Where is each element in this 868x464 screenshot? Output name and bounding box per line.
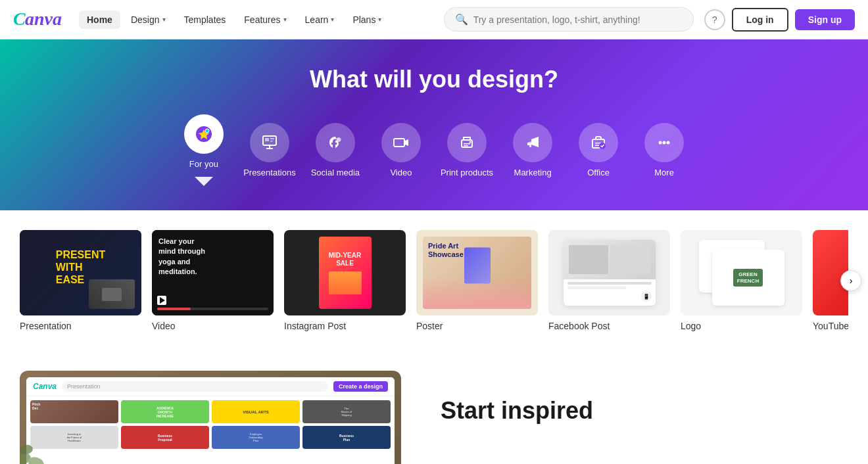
more-label: More	[654, 168, 674, 177]
tablet-grid: PitchDec AUDIENCEGROWTHINCREASE VISUAL A…	[26, 396, 395, 453]
video-label: Video	[390, 168, 412, 177]
template-label-video: Video	[152, 321, 274, 331]
tablet-card: VISUAL ARTS	[212, 400, 300, 423]
active-indicator	[195, 177, 213, 186]
template-poster[interactable]: Pride ArtShowcase Poster	[416, 230, 538, 331]
chevron-down-icon: ▾	[283, 16, 287, 23]
svg-point-19	[659, 141, 662, 145]
category-print-products[interactable]: Print products	[441, 123, 493, 177]
template-instagram[interactable]: MID-YEARSALE Instagram Post	[284, 230, 406, 331]
more-icon	[644, 123, 684, 162]
svg-point-20	[663, 141, 666, 145]
tablet-screen: Canva Presentation Create a design Pitch…	[26, 377, 395, 464]
template-facebook[interactable]: 📱 Facebook Post	[548, 230, 670, 331]
nav-plans[interactable]: Plans ▾	[345, 11, 389, 29]
tablet-search: Presentation	[62, 381, 328, 392]
office-label: Office	[587, 168, 610, 177]
template-video[interactable]: Clear yourmind throughyoga andmeditation…	[152, 230, 274, 331]
print-products-label: Print products	[441, 168, 493, 177]
svg-text:anva: anva	[25, 9, 62, 29]
chevron-down-icon: ▾	[331, 16, 334, 23]
chevron-down-icon: ▾	[162, 16, 166, 23]
lower-section: Canva Presentation Create a design Pitch…	[0, 351, 868, 464]
tablet-card: EmployeeOnboardingPlan	[212, 426, 300, 449]
template-label-logo: Logo	[681, 321, 802, 331]
template-thumb-facebook: 📱	[548, 230, 670, 315]
nav-learn[interactable]: Learn ▾	[297, 11, 343, 29]
template-thumb-poster: Pride ArtShowcase	[416, 230, 538, 315]
template-label-presentation: Presentation	[20, 321, 141, 331]
presentations-icon	[250, 123, 289, 162]
tablet-card: AUDIENCEGROWTHINCREASE	[121, 400, 209, 423]
nav-templates[interactable]: Templates	[176, 11, 234, 29]
video-icon	[381, 123, 421, 162]
hero-section: What will you design? For you	[0, 39, 868, 210]
category-presentations[interactable]: Presentations	[243, 123, 296, 177]
navbar: C anva Home Design ▾ Templates Features …	[0, 0, 868, 39]
template-presentation[interactable]: PRESENTWITHEASE Presentation	[20, 230, 141, 331]
svg-rect-8	[270, 138, 274, 139]
nav-design[interactable]: Design ▾	[123, 11, 174, 29]
template-logo[interactable]: GREENFRENCH Logo	[681, 230, 802, 331]
template-label-facebook: Facebook Post	[548, 321, 670, 331]
logo[interactable]: C anva	[13, 8, 66, 32]
print-products-icon	[447, 123, 487, 162]
template-thumb-instagram: MID-YEARSALE	[284, 230, 406, 315]
hero-title: What will you design?	[13, 66, 855, 93]
category-video[interactable]: Video	[375, 123, 427, 177]
search-bar[interactable]: 🔍	[444, 7, 694, 32]
start-inspired-title: Start inspired	[441, 397, 848, 425]
category-for-you[interactable]: For you	[178, 114, 230, 186]
tablet-card: TheBasics ofShipping	[302, 400, 391, 423]
scroll-next-button[interactable]: ›	[840, 270, 861, 291]
search-icon: 🔍	[455, 13, 468, 26]
category-row: For you Presentations	[13, 114, 855, 186]
search-input[interactable]	[473, 14, 683, 25]
svg-point-21	[667, 141, 670, 145]
start-inspired: Start inspired	[441, 371, 848, 425]
category-office[interactable]: Office	[572, 123, 625, 177]
svg-text:C: C	[13, 9, 26, 29]
svg-rect-10	[394, 139, 404, 147]
svg-point-3	[205, 129, 209, 133]
plant-decoration	[20, 436, 46, 464]
nav-actions: ? Log in Sign up	[704, 8, 855, 32]
for-you-label: For you	[189, 159, 218, 169]
signup-button[interactable]: Sign up	[795, 9, 855, 30]
svg-rect-9	[270, 141, 273, 142]
category-social-media[interactable]: Social media	[309, 123, 362, 177]
category-marketing[interactable]: Marketing	[506, 123, 559, 177]
tablet-logo: Canva	[33, 382, 57, 391]
social-media-icon	[316, 123, 355, 162]
social-media-label: Social media	[311, 168, 360, 177]
for-you-icon	[184, 114, 224, 154]
svg-rect-17	[595, 145, 600, 147]
template-thumb-presentation: PRESENTWITHEASE	[20, 230, 141, 315]
svg-point-14	[469, 141, 471, 143]
tablet-header: Canva Presentation Create a design	[26, 377, 395, 396]
tablet-create-button: Create a design	[333, 381, 388, 392]
template-label-youtube: YouTube	[813, 321, 848, 331]
presentations-label: Presentations	[243, 168, 296, 177]
chevron-down-icon: ▾	[378, 16, 381, 23]
tablet-preview: Canva Presentation Create a design Pitch…	[20, 371, 401, 464]
nav-features[interactable]: Features ▾	[236, 11, 294, 29]
help-button[interactable]: ?	[704, 9, 725, 30]
login-button[interactable]: Log in	[732, 8, 788, 32]
svg-point-24	[20, 444, 34, 455]
template-thumb-video: Clear yourmind throughyoga andmeditation…	[152, 230, 274, 315]
tablet-card: PitchDec	[30, 400, 118, 423]
tablet-card: BusinessPlan	[302, 426, 391, 449]
svg-rect-13	[464, 145, 468, 147]
marketing-icon	[513, 123, 552, 162]
office-icon	[579, 123, 618, 162]
nav-home[interactable]: Home	[79, 11, 120, 29]
svg-rect-7	[265, 138, 269, 141]
template-thumb-logo: GREENFRENCH	[681, 230, 802, 315]
nav-links: Home Design ▾ Templates Features ▾ Learn…	[79, 11, 444, 29]
tablet-card: BusinessProposal	[121, 426, 209, 449]
marketing-label: Marketing	[514, 168, 552, 177]
template-label-instagram: Instagram Post	[284, 321, 406, 331]
category-more[interactable]: More	[638, 123, 690, 177]
template-label-poster: Poster	[416, 321, 538, 331]
